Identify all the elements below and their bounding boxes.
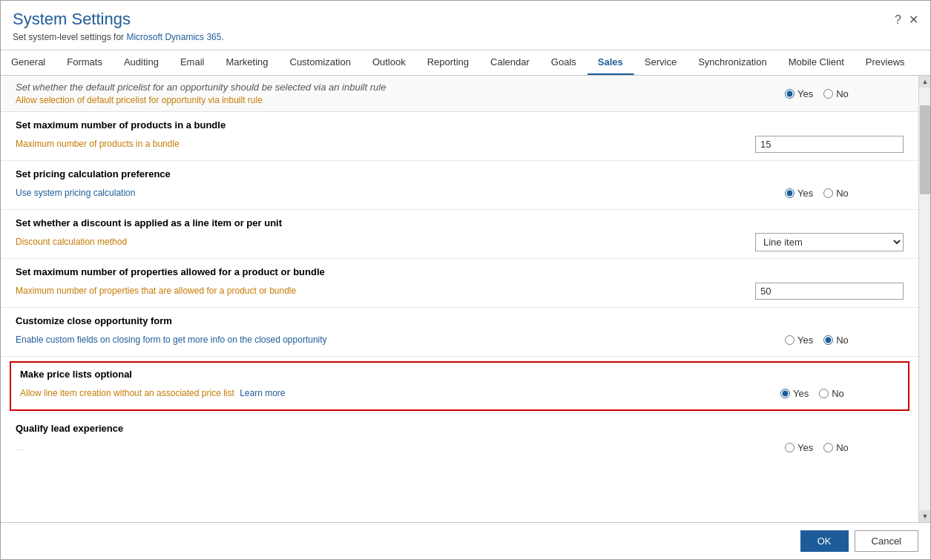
tab-formats[interactable]: Formats [56, 50, 114, 75]
properties-sublabel: Maximum number of properties that are al… [16, 286, 755, 296]
pricing-sublabel: Use system pricing calculation [16, 188, 785, 198]
discount-title: Set whether a discount is applied as a l… [16, 217, 904, 228]
pricing-sublabel-link[interactable]: Use system pricing calculation [16, 188, 135, 198]
tab-email[interactable]: Email [170, 50, 216, 75]
tab-goals[interactable]: Goals [541, 50, 588, 75]
pricing-title: Set pricing calculation preference [16, 168, 904, 179]
dynamics-link[interactable]: Microsoft Dynamics 365 [126, 32, 221, 42]
tab-synchronization[interactable]: Synchronization [688, 50, 778, 75]
pricelist-title: Set whether the default pricelist for an… [16, 82, 785, 93]
tab-customization[interactable]: Customization [280, 50, 362, 75]
dialog-title-area: System Settings Set system-level setting… [13, 10, 224, 50]
properties-section: Set maximum number of properties allowed… [1, 259, 918, 308]
scrollbar-down-arrow[interactable]: ▼ [919, 510, 930, 522]
price-lists-sublabel-text: Allow line item creation without an asso… [20, 388, 234, 398]
bundle-value-input[interactable] [755, 136, 904, 153]
price-lists-learn-more-link[interactable]: Learn more [240, 388, 285, 398]
system-settings-dialog: System Settings Set system-level setting… [0, 0, 931, 560]
main-content: Set whether the default pricelist for an… [1, 76, 918, 522]
qualify-lead-radio-group: Yes No [785, 442, 904, 453]
pricing-no-label: No [836, 188, 849, 199]
dialog-header: System Settings Set system-level setting… [1, 1, 930, 50]
scrollbar-up-arrow[interactable]: ▲ [919, 76, 930, 88]
close-form-yes-radio[interactable] [785, 335, 795, 345]
content-area: Set whether the default pricelist for an… [1, 76, 930, 522]
close-form-no-label: No [836, 335, 849, 346]
bundle-section: Set maximum number of products in a bund… [1, 112, 918, 161]
dialog-subtitle: Set system-level settings for Microsoft … [13, 32, 224, 42]
price-lists-radio-group: Yes No [780, 388, 899, 399]
price-lists-sublabel: Allow line item creation without an asso… [20, 388, 780, 398]
qualify-lead-yes-radio[interactable] [785, 443, 795, 452]
pricelist-yes-option[interactable]: Yes [785, 88, 813, 99]
tab-reporting[interactable]: Reporting [417, 50, 480, 75]
scrollbar-thumb[interactable] [920, 105, 930, 194]
discount-row: Discount calculation method Line item Pe… [16, 231, 904, 252]
bundle-row: Maximum number of products in a bundle [16, 134, 904, 154]
qualify-lead-no-radio[interactable] [823, 443, 833, 452]
close-form-yes-label: Yes [797, 335, 813, 346]
close-form-title: Customize close opportunity form [16, 315, 904, 326]
default-pricelist-row: Set whether the default pricelist for an… [16, 82, 904, 105]
pricing-yes-radio[interactable] [785, 188, 795, 198]
price-lists-yes-option[interactable]: Yes [780, 388, 809, 399]
tab-general[interactable]: General [1, 50, 56, 75]
qualify-lead-no-label: No [836, 442, 849, 453]
dialog-controls: ? ✕ [895, 10, 918, 27]
price-lists-section: Make price lists optional Allow line ite… [10, 361, 909, 411]
tab-outlook[interactable]: Outlook [362, 50, 417, 75]
price-lists-yes-label: Yes [793, 388, 809, 399]
price-lists-no-option[interactable]: No [819, 388, 844, 399]
tab-sales[interactable]: Sales [588, 50, 634, 75]
pricelist-radio-group: Yes No [785, 88, 904, 99]
pricelist-no-label: No [836, 88, 849, 99]
scrollbar[interactable]: ▲ ▼ [918, 76, 930, 522]
properties-value-input[interactable] [755, 283, 904, 300]
dialog-title: System Settings [13, 10, 224, 29]
pricelist-sublabel: Allow selection of default pricelist for… [16, 95, 785, 105]
qualify-lead-yes-label: Yes [797, 442, 813, 453]
pricing-yes-option[interactable]: Yes [785, 188, 813, 199]
close-form-sublabel: Enable custom fields on closing form to … [16, 335, 785, 345]
bundle-title: Set maximum number of products in a bund… [16, 119, 904, 131]
tab-auditing[interactable]: Auditing [114, 50, 170, 75]
qualify-lead-sublabel: ... [16, 442, 785, 452]
bundle-sublabel: Maximum number of products in a bundle [16, 139, 755, 149]
default-pricelist-section: Set whether the default pricelist for an… [1, 76, 918, 112]
pricing-row: Use system pricing calculation Yes No [16, 182, 904, 203]
tab-calendar[interactable]: Calendar [480, 50, 541, 75]
close-icon[interactable]: ✕ [909, 13, 918, 27]
discount-section: Set whether a discount is applied as a l… [1, 210, 918, 259]
close-form-sublabel-link[interactable]: Enable custom fields on closing form to … [16, 335, 327, 345]
qualify-lead-row: ... Yes No [16, 437, 904, 458]
ok-button[interactable]: OK [800, 530, 849, 552]
pricelist-no-radio[interactable] [823, 89, 833, 99]
qualify-lead-yes-option[interactable]: Yes [785, 442, 813, 453]
close-form-yes-option[interactable]: Yes [785, 335, 813, 346]
qualify-lead-section: Qualify lead experience ... Yes No [1, 415, 918, 464]
close-form-row: Enable custom fields on closing form to … [16, 329, 904, 350]
tab-marketing[interactable]: Marketing [215, 50, 279, 75]
discount-method-select[interactable]: Line item Per unit [755, 233, 904, 251]
cancel-button[interactable]: Cancel [855, 530, 918, 552]
price-lists-no-radio[interactable] [819, 389, 829, 398]
price-lists-yes-radio[interactable] [780, 389, 790, 398]
pricing-no-radio[interactable] [823, 188, 833, 198]
tab-mobile-client[interactable]: Mobile Client [778, 50, 855, 75]
pricing-yes-label: Yes [797, 188, 813, 199]
properties-title: Set maximum number of properties allowed… [16, 266, 904, 277]
close-form-no-radio[interactable] [823, 335, 833, 345]
close-form-section: Customize close opportunity form Enable … [1, 308, 918, 357]
dialog-footer: OK Cancel [1, 522, 930, 559]
qualify-lead-no-option[interactable]: No [823, 442, 849, 453]
pricing-no-option[interactable]: No [823, 188, 849, 199]
pricelist-yes-label: Yes [797, 88, 813, 99]
pricelist-yes-radio[interactable] [785, 89, 795, 99]
pricelist-no-option[interactable]: No [823, 88, 849, 99]
help-icon[interactable]: ? [895, 13, 901, 27]
tab-previews[interactable]: Previews [855, 50, 916, 75]
discount-sublabel: Discount calculation method [16, 237, 755, 247]
close-form-no-option[interactable]: No [823, 335, 849, 346]
price-lists-no-label: No [832, 388, 844, 399]
tab-service[interactable]: Service [634, 50, 688, 75]
